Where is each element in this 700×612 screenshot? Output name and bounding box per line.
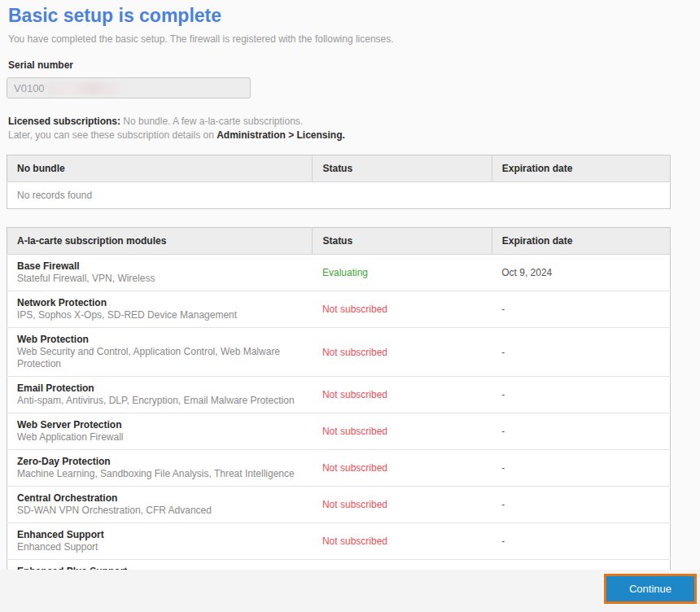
expiration-cell: - [492,450,670,487]
licensed-subscriptions-label: Licensed subscriptions: [8,116,120,127]
bundle-table: No bundle Status Expiration date No reco… [7,155,671,209]
status-cell: Evaluating [313,255,492,291]
continue-button[interactable]: Continue [604,574,697,604]
footer-bar: Continue [0,570,700,612]
licensed-subscriptions-line2-prefix: Later, you can see these subscription de… [8,129,217,141]
module-name: Network Protection [17,297,303,308]
licensed-subscriptions-line1: Licensed subscriptions: No bundle. A few… [8,115,700,129]
module-name: Email Protection [17,382,303,394]
module-name: Web Protection [17,334,303,345]
serial-number-input: V0100 [7,77,251,98]
table-row: Base FirewallStateful Firewall, VPN, Wir… [7,255,671,291]
alacarte-table-header-expiration: Expiration date [492,228,670,255]
status-cell: Not subscribed [313,291,492,328]
module-description: IPS, Sophos X-Ops, SD-RED Device Managem… [17,309,303,321]
no-records-found-text: No records found [7,182,671,209]
alacarte-table-body: Base FirewallStateful Firewall, VPN, Wir… [7,255,671,597]
module-description: Stateful Firewall, VPN, Wireless [17,273,303,285]
module-description: Web Application Firewall [17,431,303,444]
module-description: Web Security and Control, Application Co… [17,346,303,370]
module-cell: Central OrchestrationSD-WAN VPN Orchestr… [7,487,313,523]
module-cell: Base FirewallStateful Firewall, VPN, Wir… [7,255,313,291]
table-row: Enhanced SupportEnhanced SupportNot subs… [7,523,671,560]
module-name: Base Firewall [17,260,303,272]
alacarte-table-header-row: A-la-carte subscription modules Status E… [7,228,671,255]
status-cell: Not subscribed [313,450,492,487]
module-cell: Enhanced SupportEnhanced Support [7,523,313,560]
expiration-cell: - [492,523,670,560]
expiration-cell: - [492,328,670,377]
page-title: Basic setup is complete [8,5,700,26]
expiration-cell: - [492,487,670,523]
expiration-cell: Oct 9, 2024 [492,255,670,291]
module-name: Zero-Day Protection [17,456,303,467]
module-cell: Web Server ProtectionWeb Application Fir… [7,413,313,450]
module-name: Web Server Protection [17,419,303,431]
module-description: SD-WAN VPN Orchestration, CFR Advanced [17,505,303,517]
alacarte-table-header-modules: A-la-carte subscription modules [7,228,313,255]
licensed-subscriptions-text: Licensed subscriptions: No bundle. A few… [8,115,700,142]
module-cell: Web ProtectionWeb Security and Control, … [7,328,313,377]
module-description: Machine Learning, Sandboxing File Analys… [17,468,303,480]
serial-number-redacted-blur [47,82,122,94]
bundle-table-header-expiration: Expiration date [492,155,670,182]
status-cell: Not subscribed [313,413,492,450]
bundle-table-header-row: No bundle Status Expiration date [7,155,671,182]
serial-number-value: V0100 [14,82,45,94]
bundle-table-empty-row: No records found [7,182,671,209]
module-description: Anti-spam, Antivirus, DLP, Encryption, E… [17,395,303,407]
page-subtitle: You have completed the basic setup. The … [8,33,700,45]
module-cell: Network ProtectionIPS, Sophos X-Ops, SD-… [7,291,313,328]
status-cell: Not subscribed [313,523,492,560]
setup-complete-page: Basic setup is complete You have complet… [0,5,700,597]
table-row: Central OrchestrationSD-WAN VPN Orchestr… [7,487,671,523]
table-row: Zero-Day ProtectionMachine Learning, San… [7,450,671,487]
module-name: Enhanced Support [17,529,303,540]
module-name: Central Orchestration [17,492,303,504]
licensed-subscriptions-line2-path: Administration > Licensing. [217,129,345,141]
table-row: Web Server ProtectionWeb Application Fir… [7,413,671,450]
table-row: Web ProtectionWeb Security and Control, … [7,328,671,377]
alacarte-table-header-status: Status [313,228,492,255]
table-row: Network ProtectionIPS, Sophos X-Ops, SD-… [7,291,671,328]
expiration-cell: - [492,291,670,328]
table-row: Email ProtectionAnti-spam, Antivirus, DL… [7,377,671,413]
expiration-cell: - [492,413,670,450]
module-cell: Zero-Day ProtectionMachine Learning, San… [7,450,313,487]
licensed-subscriptions-summary: No bundle. A few a-la-carte subscription… [120,116,303,127]
module-cell: Email ProtectionAnti-spam, Antivirus, DL… [7,377,313,413]
status-cell: Not subscribed [313,377,492,413]
alacarte-table: A-la-carte subscription modules Status E… [7,227,671,597]
licensed-subscriptions-line2: Later, you can see these subscription de… [8,129,700,142]
expiration-cell: - [492,377,670,413]
status-cell: Not subscribed [313,328,492,377]
status-cell: Not subscribed [313,487,492,523]
serial-number-label: Serial number [8,59,700,71]
bundle-table-header-name: No bundle [7,155,313,182]
module-description: Enhanced Support [17,541,303,553]
bundle-table-header-status: Status [313,155,492,182]
